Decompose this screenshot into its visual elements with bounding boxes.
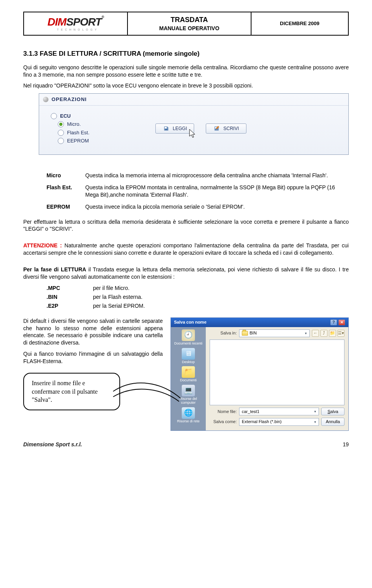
place-label: Risorse di rete: [177, 419, 200, 423]
places-bar: 🕘 Documenti recenti 🖥 Desktop 📁 Document…: [171, 327, 206, 431]
section-title: 3.1.3 FASE DI LETTURA / SCRITTURA (memor…: [23, 50, 349, 58]
radio-label: EEPROM: [67, 137, 89, 144]
save-in-value: BIN: [250, 330, 257, 336]
close-button[interactable]: ✕: [338, 319, 345, 326]
logo-cell: DIMSPORT® T E C H N O L O G Y: [24, 12, 127, 35]
intro-paragraph-2: Nel riquadro "OPERAZIONI" sotto la voce …: [23, 82, 349, 89]
view-menu-button[interactable]: ☰▾: [338, 330, 344, 337]
write-icon: [213, 125, 220, 132]
place-label: Desktop: [182, 360, 195, 364]
attention-body: Naturalmente anche queste operazioni com…: [23, 242, 349, 256]
save-in-dropdown[interactable]: BIN ▾: [239, 329, 310, 337]
cancel-button[interactable]: Annulla: [321, 418, 344, 426]
back-button[interactable]: ←: [312, 330, 319, 337]
ext-desc: per la Flash esterna.: [93, 293, 143, 301]
radio-outer-icon: [51, 113, 57, 119]
radio-outer-icon: [58, 138, 64, 144]
place-label: Documenti: [180, 378, 196, 382]
operazioni-panel: OPERAZIONI ECU Micro. Flash Est. EEP: [39, 93, 349, 155]
def-term: Micro: [23, 170, 85, 182]
place-documents[interactable]: 📁 Documenti: [180, 366, 196, 382]
radio-label: Micro.: [67, 121, 81, 128]
radio-outer-icon: [58, 130, 64, 136]
filetype-dropdown[interactable]: External Flash (*.bin) ▾: [239, 418, 319, 426]
ext-name: .BIN: [46, 293, 93, 301]
filename-value: car_test1: [242, 409, 259, 415]
lettura-paragraph: Per la fase di LETTURA il Trasdata esegu…: [23, 266, 349, 281]
footer-company: Dimensione Sport s.r.l.: [23, 441, 82, 448]
radio-flash-est[interactable]: Flash Est.: [51, 129, 90, 136]
definitions-table: Micro Questa indica la memoria interna a…: [23, 170, 349, 213]
place-network[interactable]: 🌐 Risorse di rete: [177, 407, 200, 423]
up-button[interactable]: ⤴: [320, 330, 327, 337]
extension-list: .MPC per il file Micro. .BIN per la Flas…: [46, 285, 349, 310]
chevron-down-icon: ▾: [314, 420, 316, 424]
folder-icon: [242, 331, 248, 336]
radio-group: ECU Micro. Flash Est. EEPROM: [51, 110, 97, 147]
filename-input[interactable]: car_test1 ▾: [239, 408, 319, 415]
save-in-label: Salva in:: [210, 330, 237, 336]
ext-name: .MPC: [46, 285, 93, 292]
def-term: Flash Est.: [23, 182, 85, 201]
page-footer: Dimensione Sport s.r.l. 19: [23, 441, 349, 448]
ext-desc: per il file Micro.: [93, 285, 129, 292]
filename-label: Nome file:: [210, 409, 237, 415]
radio-eeprom[interactable]: EEPROM: [51, 137, 90, 144]
desktop-icon: 🖥: [182, 348, 195, 360]
bottom-para-1: Di default i diversi file vengono salvat…: [23, 317, 163, 347]
scrivi-label: SCRIVI: [223, 125, 239, 132]
ext-name: .E2P: [46, 302, 93, 310]
place-label: Risorse del computer: [179, 397, 197, 405]
recent-docs-icon: 🕘: [182, 329, 195, 341]
help-button[interactable]: ?: [330, 319, 337, 326]
chevron-down-icon: ▾: [314, 409, 316, 414]
header-date: DICEMBRE 2009: [251, 12, 348, 35]
attention-paragraph: ATTENZIONE : Naturalmente anche queste o…: [23, 242, 349, 257]
logo-subtitle: T E C H N O L O G Y: [51, 28, 104, 31]
radio-ecu[interactable]: ECU: [51, 113, 90, 120]
network-icon: 🌐: [182, 407, 195, 419]
callout-pointer-icon: [112, 380, 182, 407]
dialog-title-bar: Salva con nome ? ✕: [171, 318, 348, 327]
logo-part-red: DIM: [48, 16, 66, 28]
logo-reg: ®: [102, 15, 104, 19]
def-term: EEPROM: [23, 201, 85, 213]
file-list-area[interactable]: [210, 339, 344, 405]
para-after-defs: Per effettuare la lettura o scrittura de…: [23, 218, 349, 233]
chevron-down-icon: ▾: [305, 331, 307, 336]
save-dialog: Salva con nome ? ✕ 🕘 Documenti recenti 🖥…: [170, 317, 349, 431]
radio-label: Flash Est.: [67, 129, 90, 136]
panel-title: OPERAZIONI: [52, 96, 87, 103]
scrivi-button[interactable]: SCRIVI: [206, 123, 246, 134]
def-desc: Questa indica la EPROM montata in centra…: [85, 182, 349, 201]
document-header: DIMSPORT® T E C H N O L O G Y TRASDATA M…: [23, 12, 349, 36]
filetype-label: Salva come:: [210, 419, 237, 425]
filetype-value: External Flash (*.bin): [242, 419, 282, 425]
leggi-label: LEGGI: [173, 125, 187, 132]
documents-icon: 📁: [182, 366, 195, 378]
save-btn-label: alva: [331, 409, 338, 414]
intro-paragraph-1: Qui di seguito vengono descritte le oper…: [23, 64, 349, 79]
callout-text: Inserire il nome file e confermare con i…: [32, 380, 98, 403]
save-button[interactable]: Salva: [321, 408, 344, 416]
ext-desc: per la Serial EPROM.: [93, 302, 145, 310]
dialog-title-text: Salva con nome: [174, 319, 207, 325]
place-label: Documenti recenti: [174, 341, 203, 345]
attention-label: ATTENZIONE :: [23, 242, 62, 249]
title-line2: MANUALE OPERATIVO: [132, 25, 246, 32]
radio-outer-icon: [58, 121, 64, 127]
place-recent[interactable]: 🕘 Documenti recenti: [174, 329, 203, 346]
footer-page-number: 19: [343, 441, 349, 448]
read-icon: [163, 125, 170, 132]
computer-icon: 💻: [182, 385, 195, 396]
radio-micro[interactable]: Micro.: [51, 121, 90, 128]
new-folder-button[interactable]: 📁: [329, 330, 336, 337]
panel-title-bar: OPERAZIONI: [39, 94, 348, 106]
place-desktop[interactable]: 🖥 Desktop: [182, 348, 195, 364]
radio-label: ECU: [60, 113, 71, 120]
panel-orb-icon: [43, 97, 48, 102]
radio-dot-icon: [59, 123, 62, 126]
def-desc: Questa indica la memoria interna al micr…: [85, 170, 349, 182]
def-desc: Questa invece indica la piccola memoria …: [85, 201, 349, 213]
cursor-icon: [189, 129, 197, 139]
